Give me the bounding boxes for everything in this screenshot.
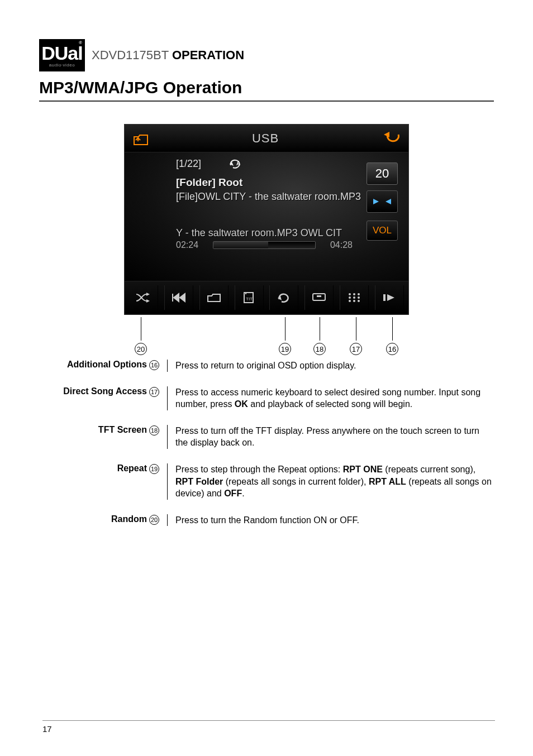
random-icon[interactable] [129, 285, 158, 310]
desc-label-tft-screen: TFT Screen 18 [39, 425, 168, 449]
svg-text:A: A [236, 160, 240, 166]
logo-subtext: audio·video [49, 63, 75, 68]
seek-buttons[interactable] [367, 190, 398, 213]
volume-button[interactable]: VOL [367, 221, 398, 241]
back-icon[interactable] [382, 131, 401, 146]
screenshot-topbar: USB [125, 125, 408, 152]
progress-bar[interactable] [213, 241, 316, 249]
page-number: 17 [42, 720, 495, 734]
callout-18: 18 [313, 343, 326, 355]
svg-text:TIT: TIT [246, 296, 253, 302]
product-model: XDVD1175BT [92, 48, 169, 62]
prev-track-icon[interactable] [164, 285, 193, 310]
descriptions: Additional Options 16 Press to return to… [39, 360, 494, 526]
track-index: [1/22] [176, 158, 201, 169]
svg-point-5 [349, 293, 351, 295]
svg-point-10 [358, 296, 360, 299]
desc-text-random: Press to turn the Random function ON or … [168, 514, 494, 527]
callout-19: 19 [279, 343, 291, 355]
device-screenshot: USB [1/22] A [Folder] Root [File]OWL CIT… [124, 124, 409, 315]
repeat-indicator-icon: A [229, 159, 244, 171]
progress-row: 02:24 04:28 [176, 240, 408, 250]
source-label: USB [252, 131, 279, 146]
desc-label-repeat: Repeat 19 [39, 463, 168, 500]
callout-diagram: 20 19 18 17 16 [124, 320, 409, 360]
more-options-icon[interactable] [375, 285, 404, 310]
desc-text-direct-song-access: Press to access numeric keyboard to sele… [168, 386, 494, 410]
time-total: 04:28 [319, 240, 353, 250]
desc-text-additional-options: Press to return to original OSD option d… [168, 360, 494, 372]
registered-mark: ® [79, 40, 82, 45]
screenshot-body: [1/22] A [Folder] Root [File]OWL CITY - … [125, 152, 408, 281]
preset-number-button[interactable]: 20 [367, 162, 398, 185]
svg-point-12 [353, 300, 355, 302]
keypad-icon[interactable] [340, 285, 369, 310]
up-folder-icon[interactable] [132, 131, 149, 146]
callout-20: 20 [135, 343, 147, 355]
page-header: ® DUal audio·video XDVD1175BT OPERATION [39, 39, 494, 71]
svg-point-6 [353, 293, 355, 295]
folder-icon[interactable] [199, 285, 229, 310]
time-elapsed: 02:24 [176, 240, 210, 250]
section-title: MP3/WMA/JPG Operation [39, 78, 494, 102]
desc-text-repeat: Press to step through the Repeat options… [168, 463, 494, 500]
desc-text-tft-screen: Press to turn off the TFT display. Press… [168, 425, 494, 449]
svg-point-7 [358, 293, 360, 295]
logo-text: DUal [41, 44, 82, 63]
svg-point-13 [358, 300, 360, 302]
repeat-icon[interactable] [269, 285, 298, 310]
svg-rect-14 [383, 294, 386, 301]
brand-logo: ® DUal audio·video [39, 39, 85, 71]
callout-16: 16 [386, 343, 398, 355]
svg-rect-4 [317, 295, 321, 297]
desc-label-additional-options: Additional Options 16 [39, 360, 168, 372]
callout-17: 17 [350, 343, 362, 355]
title-list-icon[interactable]: TIT [235, 285, 264, 310]
svg-point-8 [349, 296, 351, 299]
tft-screen-icon[interactable] [304, 285, 334, 310]
product-heading: XDVD1175BT OPERATION [92, 48, 244, 63]
side-controls: 20 VOL [363, 162, 402, 241]
desc-label-direct-song-access: Direct Song Access 17 [39, 386, 168, 410]
svg-point-11 [349, 300, 351, 302]
desc-label-random: Random 20 [39, 514, 168, 527]
screenshot-bottombar: TIT [125, 281, 408, 313]
product-operation: OPERATION [172, 48, 244, 62]
svg-point-9 [353, 296, 355, 299]
